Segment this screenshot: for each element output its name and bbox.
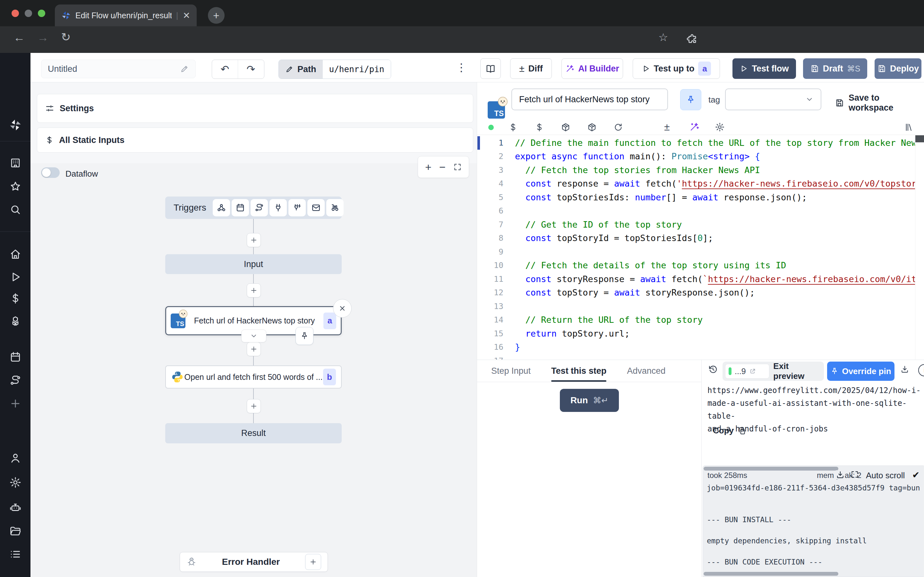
- zoom-in-icon[interactable]: +: [425, 161, 431, 173]
- settings-gear-icon[interactable]: [9, 476, 21, 488]
- all-static-inputs-row[interactable]: All Static Inputs: [37, 127, 473, 153]
- log-scrollbar-horizontal[interactable]: [704, 467, 838, 471]
- fit-view-icon[interactable]: [453, 163, 462, 171]
- schedules-calendar-icon[interactable]: [9, 351, 21, 363]
- scrollbar-thumb[interactable]: [915, 135, 924, 142]
- step-title-input[interactable]: Fetch url of HackerNews top story: [511, 89, 668, 110]
- reload-icon[interactable]: [614, 122, 623, 132]
- back-icon[interactable]: ←: [13, 31, 25, 44]
- code-line: 9: [477, 245, 924, 259]
- result-node[interactable]: Result: [165, 423, 342, 443]
- dataflow-toggle[interactable]: [41, 167, 60, 178]
- add-step-button[interactable]: [247, 342, 261, 356]
- job-history-pill[interactable]: ...9: [725, 364, 769, 379]
- path-button[interactable]: Path u/henri/pin: [278, 60, 391, 79]
- schedule-trigger-button[interactable]: [232, 199, 249, 216]
- error-handler-node[interactable]: Error Handler: [180, 552, 328, 572]
- tab-test-this-step[interactable]: Test this step: [551, 366, 606, 376]
- add-step-button[interactable]: [247, 284, 261, 298]
- run-button[interactable]: Run ⌘↵: [560, 389, 619, 412]
- input-node[interactable]: Input: [165, 254, 342, 274]
- zoom-out-icon[interactable]: −: [439, 161, 446, 173]
- extensions-icon[interactable]: [686, 33, 698, 45]
- add-plus-icon[interactable]: [9, 398, 21, 410]
- log-scrollbar-horizontal[interactable]: [704, 572, 838, 576]
- poll-trigger-button[interactable]: [326, 199, 344, 216]
- event-trigger-button[interactable]: [288, 199, 306, 216]
- runs-play-icon[interactable]: [9, 271, 21, 283]
- library-icon[interactable]: [904, 122, 914, 132]
- log-duration: took 258ms: [708, 471, 747, 480]
- add-error-handler-button[interactable]: [305, 554, 321, 570]
- history-icon[interactable]: [708, 364, 718, 374]
- ai-builder-button[interactable]: AI Builder: [561, 58, 623, 79]
- undo-button[interactable]: ↶: [212, 60, 238, 79]
- editor-settings-gear-icon[interactable]: [715, 122, 725, 132]
- ai-robot-icon[interactable]: [9, 501, 21, 514]
- logs-list-icon[interactable]: [9, 548, 21, 560]
- override-pin-button[interactable]: Override pin: [827, 362, 895, 381]
- users-person-icon[interactable]: [9, 452, 21, 464]
- ai-wand-icon[interactable]: [689, 122, 699, 132]
- test-flow-button[interactable]: Test flow: [732, 58, 796, 79]
- docs-book-button[interactable]: [480, 58, 501, 79]
- exit-preview-button[interactable]: Exit preview: [773, 361, 821, 381]
- deploy-button[interactable]: Deploy: [875, 58, 921, 79]
- tab-step-input[interactable]: Step Input: [491, 366, 531, 376]
- email-trigger-button[interactable]: [307, 199, 325, 216]
- package-icon[interactable]: [561, 122, 570, 132]
- window-close-button[interactable]: [11, 10, 19, 17]
- external-link-icon[interactable]: [749, 367, 756, 375]
- test-up-to-button[interactable]: Test up to a: [633, 58, 720, 79]
- window-minimize-button[interactable]: [25, 10, 32, 17]
- copy-result-button[interactable]: Copy: [713, 426, 746, 436]
- tab-advanced[interactable]: Advanced: [627, 366, 666, 376]
- expand-logs-icon[interactable]: [851, 470, 859, 479]
- download-logs-icon[interactable]: [836, 470, 845, 479]
- pinned-result-button[interactable]: [296, 327, 313, 345]
- remove-step-button[interactable]: [333, 299, 352, 318]
- reload-icon[interactable]: ↻: [61, 31, 71, 44]
- editor-overview-ruler[interactable]: [915, 135, 924, 359]
- save-to-workspace-button[interactable]: Save to workspace: [835, 93, 924, 113]
- code-editor[interactable]: 1// Define the main function to fetch th…: [477, 135, 924, 360]
- windmill-logo[interactable]: [9, 119, 22, 131]
- browser-tab[interactable]: Edit Flow u/henri/pin_results | ✕: [55, 5, 197, 26]
- pin-toggle-button[interactable]: [680, 89, 701, 110]
- routes-icon[interactable]: [9, 374, 21, 387]
- home-icon[interactable]: [9, 248, 21, 260]
- add-step-button[interactable]: [247, 399, 261, 413]
- workspace-building-icon[interactable]: [9, 157, 21, 169]
- tab-close-icon[interactable]: ✕: [183, 10, 190, 21]
- folders-icon[interactable]: [9, 525, 21, 537]
- variables-dollar-icon[interactable]: [508, 122, 518, 132]
- new-tab-button[interactable]: +: [208, 7, 225, 24]
- forward-icon[interactable]: →: [37, 31, 49, 44]
- more-options-kebab-icon[interactable]: ⋮: [456, 61, 467, 74]
- tag-select[interactable]: [725, 89, 821, 110]
- variables-dollar-icon[interactable]: [9, 292, 21, 305]
- favorites-star-icon[interactable]: [9, 181, 21, 193]
- step-b-node[interactable]: Open url and fetch first 500 words of ..…: [165, 366, 342, 388]
- diff-button[interactable]: ± Diff: [510, 58, 552, 79]
- resources-dollar-icon[interactable]: [535, 122, 544, 132]
- toggle-knob: [42, 168, 51, 177]
- package-icon[interactable]: [587, 122, 597, 132]
- websocket-trigger-button[interactable]: [270, 199, 287, 216]
- http-route-trigger-button[interactable]: [250, 199, 268, 216]
- triggers-bar[interactable]: Triggers: [165, 197, 342, 219]
- auto-scroll-check-icon[interactable]: ✔: [912, 470, 919, 480]
- redo-button[interactable]: ↷: [238, 60, 264, 79]
- draft-button[interactable]: Draft ⌘S: [803, 58, 867, 79]
- diff-icon[interactable]: ±: [664, 121, 670, 133]
- flow-name-input[interactable]: Untitled: [41, 60, 196, 78]
- search-icon[interactable]: [9, 203, 21, 216]
- webhook-trigger-button[interactable]: [213, 199, 230, 216]
- window-zoom-button[interactable]: [38, 10, 45, 17]
- add-step-button[interactable]: [247, 233, 261, 247]
- flow-settings-row[interactable]: Settings: [37, 94, 473, 123]
- bookmark-star-icon[interactable]: ☆: [658, 31, 668, 44]
- resources-cubes-icon[interactable]: [9, 316, 21, 327]
- download-icon[interactable]: [900, 365, 909, 374]
- expand-step-chevron[interactable]: [241, 330, 266, 342]
